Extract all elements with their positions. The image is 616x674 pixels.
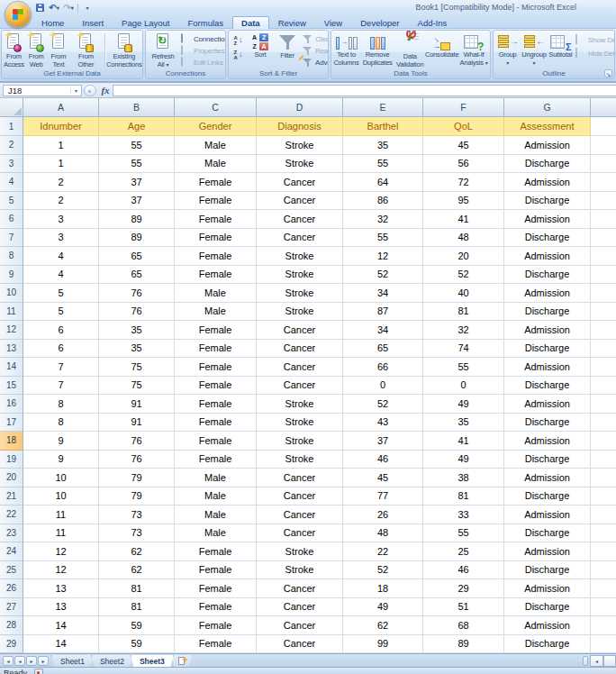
- sheet-tab-sheet3[interactable]: Sheet3: [131, 655, 174, 668]
- cell-B29[interactable]: 59: [99, 635, 175, 654]
- macro-record-icon[interactable]: [34, 669, 43, 674]
- cell-C17[interactable]: Female: [175, 414, 257, 433]
- cell-G16[interactable]: Admission: [504, 395, 591, 414]
- cell-G27[interactable]: Discharge: [504, 598, 591, 617]
- cell-H16[interactable]: [591, 395, 616, 414]
- row-header-9[interactable]: 9: [0, 266, 23, 285]
- cell-F6[interactable]: 41: [423, 210, 504, 229]
- cell-B8[interactable]: 65: [99, 247, 175, 266]
- cell-C4[interactable]: Female: [175, 173, 257, 192]
- cell-C2[interactable]: Male: [175, 136, 257, 155]
- cell-H23[interactable]: [591, 524, 616, 543]
- cell-E27[interactable]: 49: [343, 598, 423, 617]
- row-header-23[interactable]: 23: [0, 524, 23, 543]
- cell-D15[interactable]: Cancer: [257, 377, 343, 396]
- cell-D7[interactable]: Cancer: [257, 229, 343, 248]
- row-header-28[interactable]: 28: [0, 616, 23, 635]
- cell-G25[interactable]: Discharge: [504, 561, 591, 580]
- office-button[interactable]: [5, 1, 32, 28]
- cell-B9[interactable]: 65: [99, 266, 175, 285]
- cell-F17[interactable]: 35: [423, 414, 504, 433]
- cell-F7[interactable]: 48: [423, 229, 504, 248]
- outline-dialog-launcher[interactable]: ↘: [604, 69, 612, 77]
- cell-B2[interactable]: 55: [99, 136, 175, 155]
- cell-E9[interactable]: 52: [343, 266, 423, 285]
- cell-C27[interactable]: Female: [175, 598, 257, 617]
- row-header-11[interactable]: 11: [0, 303, 23, 322]
- row-header-1[interactable]: 1: [0, 117, 23, 136]
- cell-G24[interactable]: Admission: [504, 542, 591, 561]
- column-header-d[interactable]: D: [257, 98, 343, 117]
- cell-D10[interactable]: Stroke: [257, 284, 343, 303]
- remove-duplicates-button[interactable]: Remove Duplicates: [360, 32, 394, 68]
- cell-E24[interactable]: 22: [343, 542, 423, 561]
- cell-A28[interactable]: 14: [23, 616, 99, 635]
- cell-F23[interactable]: 55: [423, 524, 504, 543]
- cell-H1[interactable]: [591, 117, 616, 136]
- cell-D22[interactable]: Cancer: [257, 506, 343, 524]
- sheet-tab-sheet1[interactable]: Sheet1: [51, 655, 94, 668]
- cell-D21[interactable]: Cancer: [257, 487, 343, 506]
- cell-E5[interactable]: 86: [343, 192, 423, 211]
- cell-C20[interactable]: Male: [175, 469, 257, 487]
- cell-D9[interactable]: Stroke: [257, 266, 343, 285]
- cell-E4[interactable]: 64: [343, 173, 423, 192]
- cell-E15[interactable]: 0: [343, 377, 423, 396]
- cell-B14[interactable]: 75: [99, 358, 175, 377]
- cell-G14[interactable]: Admission: [504, 358, 591, 377]
- row-header-29[interactable]: 29: [0, 635, 23, 654]
- cell-H5[interactable]: [591, 192, 616, 211]
- row-header-17[interactable]: 17: [0, 414, 23, 433]
- cell-H11[interactable]: [591, 303, 616, 322]
- row-header-13[interactable]: 13: [0, 340, 23, 359]
- text-to-columns-button[interactable]: → Text to Columns: [332, 32, 360, 68]
- cell-A11[interactable]: 5: [23, 303, 99, 322]
- column-header-e[interactable]: E: [343, 98, 423, 117]
- cell-C26[interactable]: Female: [175, 579, 257, 598]
- row-header-4[interactable]: 4: [0, 173, 23, 192]
- subtotal-button[interactable]: Σ Subtotal: [548, 32, 574, 68]
- cell-A29[interactable]: 14: [23, 635, 99, 654]
- cell-F2[interactable]: 45: [423, 136, 504, 155]
- cell-F16[interactable]: 49: [423, 395, 504, 414]
- cell-G15[interactable]: Discharge: [504, 377, 591, 396]
- cell-B17[interactable]: 91: [99, 414, 175, 433]
- consolidate-button[interactable]: →→ Consolidate: [425, 32, 458, 68]
- row-header-22[interactable]: 22: [0, 506, 23, 524]
- undo-button[interactable]: ↶▾: [49, 3, 59, 14]
- cell-B13[interactable]: 35: [99, 340, 175, 359]
- cell-A8[interactable]: 4: [23, 247, 99, 266]
- cell-E17[interactable]: 43: [343, 414, 423, 433]
- cell-H6[interactable]: [591, 210, 616, 229]
- row-header-10[interactable]: 10: [0, 284, 23, 303]
- cell-G11[interactable]: Discharge: [504, 303, 591, 322]
- cell-H15[interactable]: [591, 377, 616, 396]
- row-header-20[interactable]: 20: [0, 469, 23, 487]
- cell-F8[interactable]: 20: [423, 247, 504, 266]
- cell-B25[interactable]: 62: [99, 561, 175, 580]
- cell-C24[interactable]: Female: [175, 542, 257, 561]
- cell-E14[interactable]: 66: [343, 358, 423, 377]
- connections-button[interactable]: Connections: [179, 33, 226, 44]
- cell-B11[interactable]: 76: [99, 303, 175, 322]
- cell-A26[interactable]: 13: [23, 579, 99, 598]
- cell-H9[interactable]: [591, 266, 616, 285]
- qat-customize-button[interactable]: ▾: [82, 3, 93, 14]
- cell-E21[interactable]: 77: [343, 487, 423, 506]
- cell-A4[interactable]: 2: [23, 173, 99, 192]
- save-button[interactable]: [34, 3, 45, 14]
- cell-E7[interactable]: 55: [343, 229, 423, 248]
- cell-H18[interactable]: [591, 432, 616, 451]
- cell-A3[interactable]: 1: [23, 155, 99, 174]
- next-sheet-button[interactable]: ▸: [26, 656, 37, 666]
- cell-D27[interactable]: Cancer: [257, 598, 343, 617]
- cell-F13[interactable]: 74: [423, 340, 504, 359]
- cell-E12[interactable]: 34: [343, 321, 423, 340]
- cell-A25[interactable]: 12: [23, 561, 99, 580]
- cell-F22[interactable]: 33: [423, 506, 504, 524]
- cell-C5[interactable]: Female: [175, 192, 257, 211]
- cell-B5[interactable]: 37: [99, 192, 175, 211]
- cell-A22[interactable]: 11: [23, 506, 99, 524]
- cell-C11[interactable]: Male: [175, 303, 257, 322]
- column-header-f[interactable]: F: [423, 98, 504, 117]
